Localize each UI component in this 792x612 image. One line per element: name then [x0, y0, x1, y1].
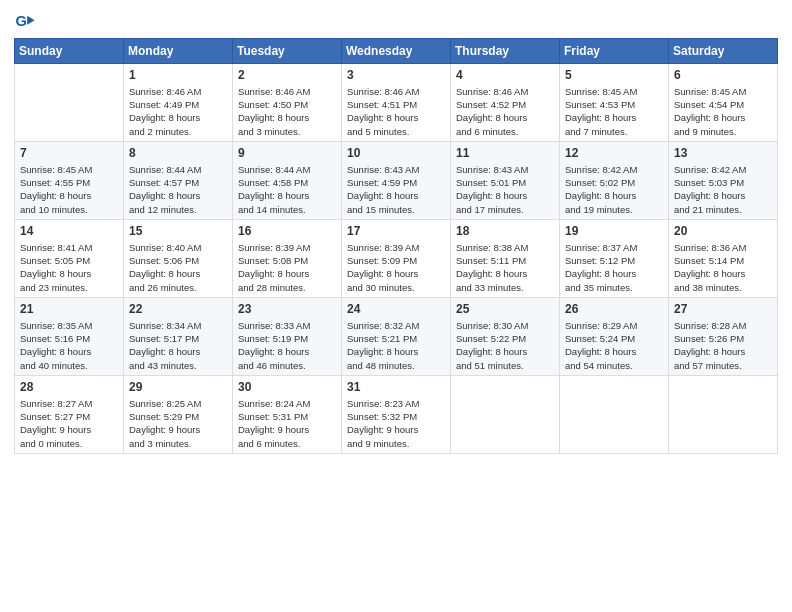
day-number: 19 — [565, 223, 663, 240]
day-number: 10 — [347, 145, 445, 162]
calendar-cell: 13Sunrise: 8:42 AM Sunset: 5:03 PM Dayli… — [669, 142, 778, 220]
logo-icon: G — [14, 10, 36, 32]
calendar-cell: 1Sunrise: 8:46 AM Sunset: 4:49 PM Daylig… — [124, 64, 233, 142]
calendar-cell: 11Sunrise: 8:43 AM Sunset: 5:01 PM Dayli… — [451, 142, 560, 220]
day-info: Sunrise: 8:43 AM Sunset: 4:59 PM Dayligh… — [347, 163, 445, 216]
day-number: 5 — [565, 67, 663, 84]
weekday-header-saturday: Saturday — [669, 39, 778, 64]
calendar-cell: 7Sunrise: 8:45 AM Sunset: 4:55 PM Daylig… — [15, 142, 124, 220]
svg-text:G: G — [15, 13, 26, 29]
calendar-cell — [15, 64, 124, 142]
day-info: Sunrise: 8:39 AM Sunset: 5:09 PM Dayligh… — [347, 241, 445, 294]
day-number: 11 — [456, 145, 554, 162]
day-info: Sunrise: 8:45 AM Sunset: 4:53 PM Dayligh… — [565, 85, 663, 138]
day-number: 28 — [20, 379, 118, 396]
day-number: 16 — [238, 223, 336, 240]
day-info: Sunrise: 8:28 AM Sunset: 5:26 PM Dayligh… — [674, 319, 772, 372]
weekday-header-tuesday: Tuesday — [233, 39, 342, 64]
day-info: Sunrise: 8:34 AM Sunset: 5:17 PM Dayligh… — [129, 319, 227, 372]
day-info: Sunrise: 8:35 AM Sunset: 5:16 PM Dayligh… — [20, 319, 118, 372]
day-info: Sunrise: 8:46 AM Sunset: 4:49 PM Dayligh… — [129, 85, 227, 138]
day-number: 6 — [674, 67, 772, 84]
day-number: 8 — [129, 145, 227, 162]
day-info: Sunrise: 8:43 AM Sunset: 5:01 PM Dayligh… — [456, 163, 554, 216]
calendar-cell: 3Sunrise: 8:46 AM Sunset: 4:51 PM Daylig… — [342, 64, 451, 142]
day-number: 27 — [674, 301, 772, 318]
day-info: Sunrise: 8:46 AM Sunset: 4:51 PM Dayligh… — [347, 85, 445, 138]
day-info: Sunrise: 8:38 AM Sunset: 5:11 PM Dayligh… — [456, 241, 554, 294]
calendar-week-1: 1Sunrise: 8:46 AM Sunset: 4:49 PM Daylig… — [15, 64, 778, 142]
calendar-cell: 21Sunrise: 8:35 AM Sunset: 5:16 PM Dayli… — [15, 298, 124, 376]
day-info: Sunrise: 8:30 AM Sunset: 5:22 PM Dayligh… — [456, 319, 554, 372]
day-number: 18 — [456, 223, 554, 240]
day-info: Sunrise: 8:46 AM Sunset: 4:52 PM Dayligh… — [456, 85, 554, 138]
day-number: 25 — [456, 301, 554, 318]
day-number: 29 — [129, 379, 227, 396]
weekday-header-monday: Monday — [124, 39, 233, 64]
weekday-header-thursday: Thursday — [451, 39, 560, 64]
weekday-header-row: SundayMondayTuesdayWednesdayThursdayFrid… — [15, 39, 778, 64]
day-info: Sunrise: 8:32 AM Sunset: 5:21 PM Dayligh… — [347, 319, 445, 372]
day-info: Sunrise: 8:42 AM Sunset: 5:03 PM Dayligh… — [674, 163, 772, 216]
page-container: G SundayMondayTuesdayWednesdayThursdayFr… — [0, 0, 792, 464]
day-info: Sunrise: 8:44 AM Sunset: 4:58 PM Dayligh… — [238, 163, 336, 216]
day-info: Sunrise: 8:25 AM Sunset: 5:29 PM Dayligh… — [129, 397, 227, 450]
calendar-cell: 14Sunrise: 8:41 AM Sunset: 5:05 PM Dayli… — [15, 220, 124, 298]
day-info: Sunrise: 8:27 AM Sunset: 5:27 PM Dayligh… — [20, 397, 118, 450]
calendar-table: SundayMondayTuesdayWednesdayThursdayFrid… — [14, 38, 778, 454]
day-number: 17 — [347, 223, 445, 240]
day-number: 30 — [238, 379, 336, 396]
day-number: 26 — [565, 301, 663, 318]
calendar-week-3: 14Sunrise: 8:41 AM Sunset: 5:05 PM Dayli… — [15, 220, 778, 298]
calendar-cell: 10Sunrise: 8:43 AM Sunset: 4:59 PM Dayli… — [342, 142, 451, 220]
calendar-cell: 23Sunrise: 8:33 AM Sunset: 5:19 PM Dayli… — [233, 298, 342, 376]
calendar-week-5: 28Sunrise: 8:27 AM Sunset: 5:27 PM Dayli… — [15, 376, 778, 454]
weekday-header-friday: Friday — [560, 39, 669, 64]
day-info: Sunrise: 8:24 AM Sunset: 5:31 PM Dayligh… — [238, 397, 336, 450]
day-info: Sunrise: 8:45 AM Sunset: 4:55 PM Dayligh… — [20, 163, 118, 216]
day-number: 4 — [456, 67, 554, 84]
day-number: 1 — [129, 67, 227, 84]
day-number: 24 — [347, 301, 445, 318]
day-info: Sunrise: 8:40 AM Sunset: 5:06 PM Dayligh… — [129, 241, 227, 294]
day-number: 15 — [129, 223, 227, 240]
header-row: G — [14, 10, 778, 32]
calendar-cell: 6Sunrise: 8:45 AM Sunset: 4:54 PM Daylig… — [669, 64, 778, 142]
weekday-header-wednesday: Wednesday — [342, 39, 451, 64]
day-info: Sunrise: 8:41 AM Sunset: 5:05 PM Dayligh… — [20, 241, 118, 294]
svg-marker-2 — [27, 16, 34, 25]
calendar-cell: 20Sunrise: 8:36 AM Sunset: 5:14 PM Dayli… — [669, 220, 778, 298]
day-number: 21 — [20, 301, 118, 318]
day-info: Sunrise: 8:46 AM Sunset: 4:50 PM Dayligh… — [238, 85, 336, 138]
calendar-cell: 22Sunrise: 8:34 AM Sunset: 5:17 PM Dayli… — [124, 298, 233, 376]
calendar-cell: 30Sunrise: 8:24 AM Sunset: 5:31 PM Dayli… — [233, 376, 342, 454]
day-info: Sunrise: 8:33 AM Sunset: 5:19 PM Dayligh… — [238, 319, 336, 372]
calendar-cell: 2Sunrise: 8:46 AM Sunset: 4:50 PM Daylig… — [233, 64, 342, 142]
logo: G — [14, 10, 38, 32]
calendar-cell — [669, 376, 778, 454]
calendar-cell: 8Sunrise: 8:44 AM Sunset: 4:57 PM Daylig… — [124, 142, 233, 220]
day-info: Sunrise: 8:36 AM Sunset: 5:14 PM Dayligh… — [674, 241, 772, 294]
day-info: Sunrise: 8:45 AM Sunset: 4:54 PM Dayligh… — [674, 85, 772, 138]
calendar-week-4: 21Sunrise: 8:35 AM Sunset: 5:16 PM Dayli… — [15, 298, 778, 376]
calendar-week-2: 7Sunrise: 8:45 AM Sunset: 4:55 PM Daylig… — [15, 142, 778, 220]
day-info: Sunrise: 8:39 AM Sunset: 5:08 PM Dayligh… — [238, 241, 336, 294]
calendar-cell: 17Sunrise: 8:39 AM Sunset: 5:09 PM Dayli… — [342, 220, 451, 298]
day-info: Sunrise: 8:29 AM Sunset: 5:24 PM Dayligh… — [565, 319, 663, 372]
calendar-cell: 5Sunrise: 8:45 AM Sunset: 4:53 PM Daylig… — [560, 64, 669, 142]
day-number: 3 — [347, 67, 445, 84]
day-number: 9 — [238, 145, 336, 162]
calendar-cell: 26Sunrise: 8:29 AM Sunset: 5:24 PM Dayli… — [560, 298, 669, 376]
day-number: 7 — [20, 145, 118, 162]
calendar-cell: 12Sunrise: 8:42 AM Sunset: 5:02 PM Dayli… — [560, 142, 669, 220]
calendar-cell: 27Sunrise: 8:28 AM Sunset: 5:26 PM Dayli… — [669, 298, 778, 376]
day-number: 14 — [20, 223, 118, 240]
day-number: 12 — [565, 145, 663, 162]
day-number: 23 — [238, 301, 336, 318]
day-info: Sunrise: 8:37 AM Sunset: 5:12 PM Dayligh… — [565, 241, 663, 294]
calendar-cell: 29Sunrise: 8:25 AM Sunset: 5:29 PM Dayli… — [124, 376, 233, 454]
day-number: 22 — [129, 301, 227, 318]
calendar-cell — [451, 376, 560, 454]
day-info: Sunrise: 8:23 AM Sunset: 5:32 PM Dayligh… — [347, 397, 445, 450]
calendar-cell: 25Sunrise: 8:30 AM Sunset: 5:22 PM Dayli… — [451, 298, 560, 376]
